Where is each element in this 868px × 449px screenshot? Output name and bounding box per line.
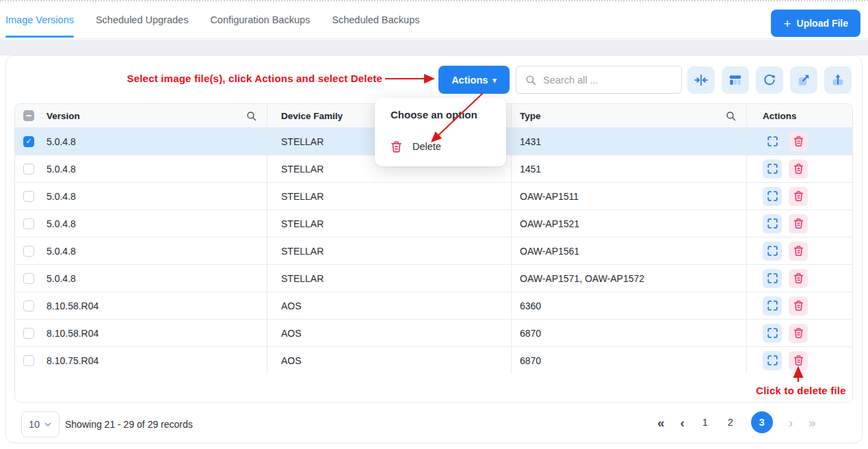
page-button-2[interactable]: 2 <box>726 417 735 428</box>
content-card: Select image file(s), click Actions and … <box>5 55 863 443</box>
table-row: 8.10.75.R04AOS6870 <box>15 346 852 374</box>
trash-icon <box>792 326 805 339</box>
cell-type: OAW-AP1511 <box>511 183 746 209</box>
trash-icon <box>792 354 805 367</box>
expand-row-button[interactable] <box>763 242 782 261</box>
cell-version: 5.0.4.8 <box>42 210 267 237</box>
columns-icon <box>728 73 743 88</box>
tab-image-versions[interactable]: Image Versions <box>5 1 74 38</box>
background-band <box>0 40 868 55</box>
expand-icon <box>766 354 779 367</box>
cell-type: 1431 <box>511 128 746 155</box>
export-icon <box>796 73 811 88</box>
cell-version: 8.10.58.R04 <box>42 292 267 319</box>
row-checkbox[interactable] <box>23 328 34 339</box>
expand-row-button[interactable] <box>763 269 782 288</box>
upload-file-label: Upload File <box>797 18 848 29</box>
caret-down-icon: ▾ <box>492 76 497 85</box>
expand-icon <box>766 190 779 203</box>
table-row: 8.10.58.R04AOS6870 <box>15 319 852 346</box>
tab-configuration-backups[interactable]: Configuration Backups <box>210 1 310 38</box>
last-page-button[interactable]: » <box>808 416 816 429</box>
delete-row-button[interactable] <box>789 296 808 316</box>
cell-version: 5.0.4.8 <box>42 183 267 209</box>
type-search-icon[interactable] <box>725 110 737 122</box>
expand-icon <box>766 217 779 230</box>
cell-version: 8.10.58.R04 <box>42 320 267 346</box>
expand-row-button[interactable] <box>763 351 782 370</box>
delete-row-button[interactable] <box>789 324 808 343</box>
expand-icon <box>766 135 779 148</box>
expand-icon <box>766 162 779 175</box>
select-all-checkbox[interactable] <box>15 104 42 127</box>
dropdown-option-delete[interactable]: Delete <box>384 133 497 159</box>
cell-type: OAW-AP1571, OAW-AP1572 <box>511 265 746 292</box>
refresh-button[interactable] <box>756 66 783 94</box>
columns-button[interactable] <box>722 66 749 94</box>
row-checkbox[interactable] <box>23 164 34 175</box>
column-header-actions: Actions <box>763 111 797 121</box>
search-icon <box>525 74 537 86</box>
search-input[interactable] <box>543 75 673 86</box>
indeterminate-checkbox-icon <box>23 110 34 121</box>
delete-row-button[interactable] <box>789 187 808 206</box>
trash-icon <box>792 299 805 312</box>
plus-icon: + <box>783 17 791 30</box>
first-page-button[interactable]: « <box>657 416 665 429</box>
actions-dropdown: Choose an option Delete <box>375 98 506 166</box>
global-search <box>516 66 682 94</box>
trash-icon <box>792 244 805 257</box>
cell-type: 1451 <box>511 155 746 182</box>
fit-columns-button[interactable] <box>687 66 715 94</box>
row-checkbox[interactable] <box>23 355 34 366</box>
delete-row-button[interactable] <box>789 159 808 179</box>
delete-row-button[interactable] <box>789 269 808 288</box>
expand-icon <box>766 326 779 339</box>
upload-file-button[interactable]: + Upload File <box>771 10 860 37</box>
delete-row-button[interactable] <box>789 132 808 151</box>
actions-label: Actions <box>451 75 488 86</box>
trash-icon <box>792 272 805 285</box>
cell-version: 5.0.4.8 <box>42 155 267 182</box>
upload-icon-button[interactable] <box>824 66 852 94</box>
trash-icon <box>792 162 805 175</box>
version-search-icon[interactable] <box>246 110 257 122</box>
actions-button[interactable]: Actions ▾ <box>438 66 510 94</box>
expand-row-button[interactable] <box>763 324 782 343</box>
cell-type: 6360 <box>511 292 746 319</box>
page-button-3[interactable]: 3 <box>751 411 773 433</box>
cell-type: OAW-AP1561 <box>511 238 746 264</box>
page-button-1[interactable]: 1 <box>700 417 710 428</box>
pagination: « ‹ 123 › » <box>657 410 816 435</box>
expand-row-button[interactable] <box>763 159 782 179</box>
cell-version: 8.10.75.R04 <box>42 347 267 374</box>
tab-scheduled-upgrades[interactable]: Scheduled Upgrades <box>96 1 188 38</box>
table-row: 8.10.58.R04AOS6360 <box>15 292 852 319</box>
table-row: 5.0.4.8STELLAROAW-AP1511 <box>15 182 852 209</box>
row-checkbox[interactable] <box>23 191 34 202</box>
cell-device-family: AOS <box>267 347 511 374</box>
next-page-button[interactable]: › <box>789 416 793 429</box>
row-checkbox[interactable]: ✓ <box>23 136 34 147</box>
cell-type: OAW-AP1521 <box>511 210 746 237</box>
chevron-down-icon <box>44 420 52 428</box>
delete-row-button[interactable] <box>789 351 808 370</box>
row-checkbox[interactable] <box>23 246 34 257</box>
row-checkbox[interactable] <box>23 273 34 284</box>
row-checkbox[interactable] <box>23 218 34 229</box>
expand-row-button[interactable] <box>763 187 782 206</box>
cell-device-family: AOS <box>267 320 511 346</box>
records-summary: Showing 21 - 29 of 29 records <box>65 419 193 430</box>
expand-row-button[interactable] <box>763 214 782 233</box>
expand-row-button[interactable] <box>763 132 782 151</box>
row-checkbox[interactable] <box>23 300 34 311</box>
expand-icon <box>766 299 779 312</box>
delete-row-button[interactable] <box>789 242 808 261</box>
prev-page-button[interactable]: ‹ <box>681 416 685 429</box>
delete-row-button[interactable] <box>789 214 808 233</box>
expand-row-button[interactable] <box>763 296 782 316</box>
trash-icon <box>792 190 805 203</box>
export-button[interactable] <box>790 66 817 94</box>
page-size-select[interactable]: 10 <box>21 411 60 437</box>
tab-scheduled-backups[interactable]: Scheduled Backups <box>332 1 419 38</box>
